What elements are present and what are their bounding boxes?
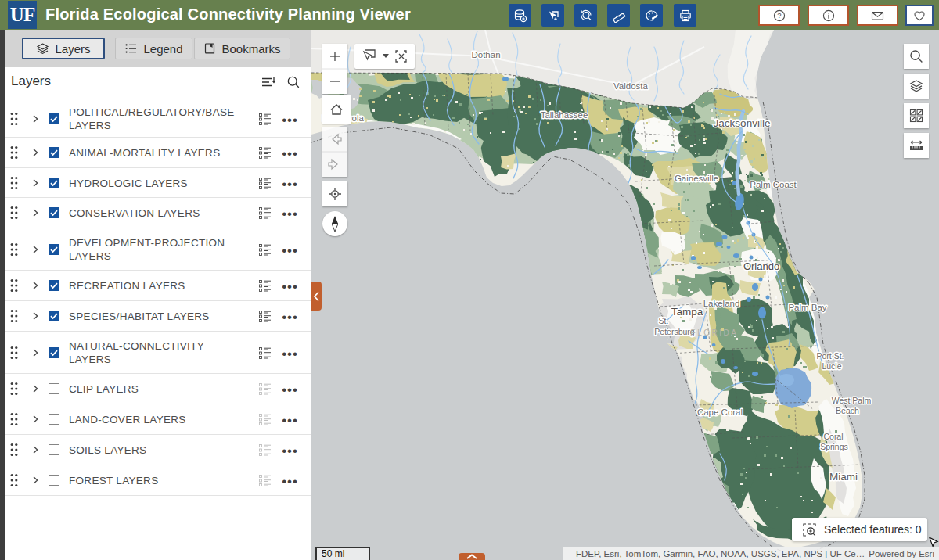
svg-text:West Palm: West Palm: [832, 396, 872, 405]
svg-text:?: ?: [777, 11, 781, 20]
svg-text:Palm Coast: Palm Coast: [750, 180, 797, 189]
svg-text:Petersburg: Petersburg: [654, 327, 695, 336]
svg-text:Orlando: Orlando: [743, 260, 779, 272]
svg-text:Valdosta: Valdosta: [613, 81, 649, 91]
svg-text:Coral: Coral: [823, 432, 843, 441]
svg-text:Lucie: Lucie: [822, 361, 841, 371]
svg-text:Jacksonville: Jacksonville: [714, 117, 771, 129]
svg-text:Palm Bay: Palm Bay: [788, 303, 826, 312]
svg-text:Tallahassee: Tallahassee: [541, 110, 588, 120]
svg-text:Gainesville: Gainesville: [675, 174, 718, 183]
svg-text:Lakeland: Lakeland: [703, 299, 740, 308]
svg-text:Beach: Beach: [836, 406, 859, 415]
svg-text:Tampa: Tampa: [671, 306, 703, 318]
svg-text:Miami: Miami: [829, 471, 858, 483]
svg-text:Dothan: Dothan: [471, 50, 500, 59]
svg-text:St.: St.: [659, 316, 669, 325]
svg-text:Cape Coral: Cape Coral: [697, 407, 743, 417]
svg-text:Port St.: Port St.: [816, 351, 844, 361]
svg-text:Springs: Springs: [820, 442, 848, 451]
svg-text:FLORIDA: FLORIDA: [691, 328, 739, 337]
